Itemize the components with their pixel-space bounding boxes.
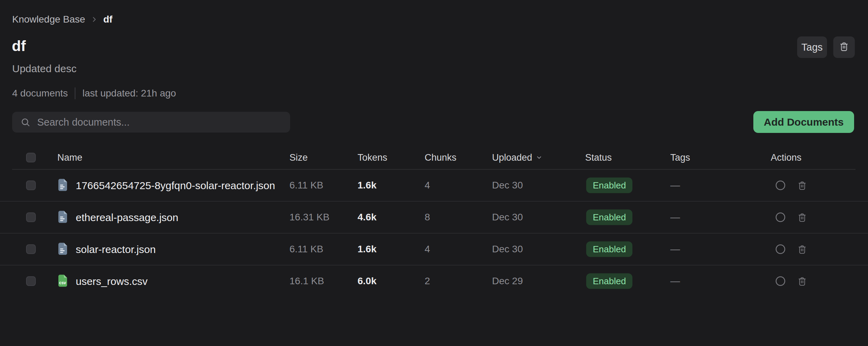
svg-text:csv: csv (59, 280, 66, 285)
select-all-checkbox[interactable] (26, 153, 36, 162)
page-description: Updated desc (12, 63, 76, 75)
table-row[interactable]: ethereal-passage.json 16.31 KB 4.6k 8 De… (0, 202, 868, 234)
column-header-status: Status (585, 152, 612, 163)
meta-divider (75, 87, 75, 99)
document-size: 16.1 KB (289, 276, 324, 287)
document-uploaded: Dec 30 (492, 244, 523, 255)
document-tags: — (670, 212, 680, 223)
row-checkbox[interactable] (26, 276, 36, 286)
search-input[interactable] (12, 112, 290, 133)
json-file-icon (57, 178, 68, 193)
breadcrumb-current: df (103, 14, 112, 25)
json-file-icon (57, 210, 68, 225)
column-header-tags: Tags (670, 152, 690, 163)
toggle-status-icon[interactable] (775, 276, 786, 286)
column-header-uploaded[interactable]: Uploaded (492, 152, 542, 163)
document-tags: — (670, 180, 680, 191)
document-chunks: 4 (425, 244, 430, 255)
document-chunks: 2 (425, 276, 430, 287)
toggle-status-icon[interactable] (775, 244, 786, 254)
table-row[interactable]: solar-reactor.json 6.11 KB 1.6k 4 Dec 30… (0, 234, 868, 265)
document-chunks: 4 (425, 180, 430, 191)
uploaded-label: Uploaded (492, 152, 532, 163)
breadcrumb: Knowledge Base df (12, 14, 113, 25)
add-documents-button[interactable]: Add Documents (753, 111, 854, 133)
row-checkbox[interactable] (26, 180, 36, 190)
document-uploaded: Dec 30 (492, 180, 523, 191)
page-title: df (12, 37, 26, 54)
delete-document-icon[interactable] (797, 212, 807, 222)
last-updated: last updated: 21h ago (82, 88, 176, 99)
column-header-name: Name (57, 152, 82, 163)
delete-document-icon[interactable] (797, 276, 807, 286)
breadcrumb-knowledge-base-link[interactable]: Knowledge Base (12, 14, 85, 25)
chevron-right-icon (91, 16, 98, 23)
status-badge: Enabled (586, 178, 632, 193)
knowledge-base-page: Knowledge Base df df Updated desc 4 docu… (0, 0, 868, 346)
column-header-actions: Actions (771, 152, 802, 163)
json-file-icon (57, 242, 68, 256)
document-tokens: 1.6k (358, 180, 377, 191)
delete-knowledge-base-button[interactable] (833, 36, 855, 58)
table-header: Name Size Tokens Chunks Uploaded Status … (0, 146, 868, 169)
document-tags: — (670, 244, 680, 255)
column-header-size: Size (289, 152, 308, 163)
document-tokens: 1.6k (358, 244, 377, 255)
toggle-status-icon[interactable] (775, 212, 786, 222)
tags-button[interactable]: Tags (797, 36, 827, 58)
document-size: 6.11 KB (289, 244, 324, 255)
document-tokens: 6.0k (358, 276, 377, 287)
document-uploaded: Dec 29 (492, 276, 523, 287)
delete-document-icon[interactable] (797, 180, 807, 191)
trash-icon (839, 41, 849, 53)
document-size: 16.31 KB (289, 212, 329, 223)
documents-table: 1766542654725-8ygfqn0-solar-reactor.json… (0, 170, 868, 297)
page-meta: 4 documents last updated: 21h ago (12, 87, 176, 99)
table-row[interactable]: csv users_rows.csv 16.1 KB 6.0k 2 Dec 29… (0, 265, 868, 297)
document-tags: — (670, 276, 680, 287)
toggle-status-icon[interactable] (775, 180, 786, 191)
document-tokens: 4.6k (358, 212, 377, 223)
document-chunks: 8 (425, 212, 430, 223)
document-uploaded: Dec 30 (492, 212, 523, 223)
tags-button-label: Tags (801, 42, 822, 53)
row-checkbox[interactable] (26, 244, 36, 254)
document-size: 6.11 KB (289, 180, 324, 191)
row-checkbox[interactable] (26, 212, 36, 222)
delete-document-icon[interactable] (797, 244, 807, 254)
document-name: users_rows.csv (76, 275, 148, 287)
document-name: solar-reactor.json (76, 243, 156, 255)
document-name: ethereal-passage.json (76, 211, 178, 223)
column-header-chunks: Chunks (425, 152, 457, 163)
table-row[interactable]: 1766542654725-8ygfqn0-solar-reactor.json… (0, 170, 868, 202)
status-badge: Enabled (586, 273, 632, 289)
status-badge: Enabled (586, 242, 632, 257)
document-count: 4 documents (12, 88, 68, 99)
search-box (12, 112, 290, 133)
document-name: 1766542654725-8ygfqn0-solar-reactor.json (76, 179, 275, 191)
csv-file-icon: csv (57, 274, 68, 288)
column-header-tokens: Tokens (358, 152, 387, 163)
chevron-down-icon (536, 154, 542, 161)
status-badge: Enabled (586, 210, 632, 225)
